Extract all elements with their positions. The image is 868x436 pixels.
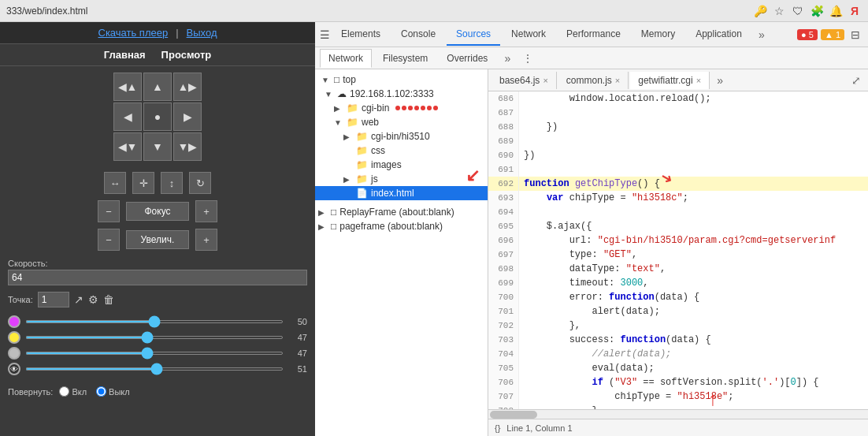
bell-icon[interactable]: 🔔 — [829, 4, 843, 18]
expand-code-btn[interactable]: ⤢ — [848, 72, 865, 89]
devtools-tabs: ☰ Elements Console Sources Network Perfo… — [315, 22, 868, 47]
share-icon[interactable]: ↗ — [74, 293, 83, 306]
speed-input[interactable] — [8, 270, 307, 285]
move-cross-btn[interactable]: ✛ — [132, 172, 154, 194]
radio-group: Вкл Выкл — [59, 386, 129, 397]
dpad-downright[interactable]: ▼▶ — [173, 132, 202, 161]
more-code-tabs-btn[interactable]: » — [711, 72, 729, 89]
tree-item-replayframe[interactable]: ▶ □ ReplayFrame (about:blank) — [315, 205, 488, 219]
exit-link[interactable]: Выход — [187, 27, 217, 39]
tree-label-web: web — [362, 117, 379, 128]
slider-2[interactable] — [25, 352, 284, 355]
tree-item-css[interactable]: ▶ 📁 css — [315, 143, 488, 158]
address-bar[interactable]: 333/web/index.html — [6, 6, 87, 17]
star-icon[interactable]: ☆ — [772, 4, 786, 18]
subtab-overrides[interactable]: Overrides — [439, 50, 495, 67]
color-row-3: 👁 51 — [8, 363, 307, 375]
close-base64-btn[interactable]: × — [543, 76, 547, 85]
nav-home[interactable]: Главная — [104, 49, 146, 61]
code-line-692: 692 function getChipType() { ➜ — [488, 177, 868, 191]
tab-network[interactable]: Network — [502, 24, 555, 46]
devtools-panel: ☰ Elements Console Sources Network Perfo… — [315, 22, 868, 436]
zoom-row: − Увелич. + — [0, 224, 315, 255]
rotate-on-radio[interactable]: Вкл — [59, 386, 87, 397]
scrollbar-thumb[interactable] — [490, 411, 537, 419]
code-panel: base64.js × common.js × getwifiattr.cgi … — [488, 69, 868, 436]
zoom-minus-btn[interactable]: − — [98, 229, 120, 251]
code-tab-getwifi[interactable]: getwifiattr.cgi × — [630, 72, 710, 89]
slider-3[interactable] — [25, 367, 284, 371]
focus-plus-btn[interactable]: + — [195, 200, 217, 222]
tree-item-web[interactable]: ▼ 📁 web — [315, 115, 488, 129]
dpad-center[interactable]: ● — [143, 102, 172, 131]
dpad-downleft[interactable]: ◀▼ — [113, 132, 142, 161]
dpad-right[interactable]: ▶ — [173, 102, 202, 131]
dpad-down[interactable]: ▼ — [143, 132, 172, 161]
slider-val-3: 51 — [288, 364, 307, 374]
move-vertical-btn[interactable]: ↕ — [161, 172, 183, 194]
slider-val-1: 47 — [288, 333, 307, 342]
tab-sources[interactable]: Sources — [447, 24, 500, 46]
key-icon[interactable]: 🔑 — [753, 4, 767, 18]
tab-performance[interactable]: Performance — [557, 24, 630, 46]
tree-item-images[interactable]: ▶ 📁 images — [315, 158, 488, 172]
zoom-plus-btn[interactable]: + — [195, 229, 217, 251]
subtab-menu-btn[interactable]: ⋮ — [519, 50, 536, 67]
nav-view[interactable]: Просмотр — [161, 49, 212, 61]
more-subtabs-btn[interactable]: » — [499, 50, 516, 67]
settings-icon[interactable]: ⚙ — [88, 293, 98, 306]
code-line-695: 695 $.ajax({ — [488, 219, 868, 233]
tab-application[interactable]: Application — [686, 24, 751, 46]
annotation-arrow-2: ↙ — [466, 166, 480, 186]
dpad-grid: ◀▲ ▲ ▲▶ ◀ ● ▶ ◀▼ ▼ ▼▶ — [113, 73, 202, 161]
more-tabs-btn[interactable]: » — [753, 26, 770, 43]
frame-icon-pageframe: □ — [331, 221, 336, 232]
code-line-699: 699 timeout: 3000, — [488, 276, 868, 290]
tree-item-host[interactable]: ▼ ☁ 192.168.1.102:3333 — [315, 87, 488, 101]
code-line-702: 702 }, — [488, 319, 868, 333]
tab-memory[interactable]: Memory — [632, 24, 684, 46]
slider-1[interactable] — [25, 336, 284, 339]
code-tab-label-base64: base64.js — [499, 75, 540, 86]
subtab-filesystem[interactable]: Filesystem — [375, 50, 436, 67]
dpad-upright[interactable]: ▲▶ — [173, 73, 202, 101]
tree-item-index[interactable]: ▶ 📄 index.html — [315, 186, 488, 200]
point-input[interactable] — [38, 292, 69, 307]
tree-item-cgibin[interactable]: ▶ 📁 cgi-bin ➜ — [315, 101, 488, 115]
extensions-icon[interactable]: 🧩 — [810, 4, 824, 18]
dpad-up[interactable]: ▲ — [143, 73, 172, 101]
devtools-collapse-icon[interactable]: ☰ — [320, 28, 330, 41]
code-line-696: 696 url: "cgi-bin/hi3510/param.cgi?cmd=g… — [488, 233, 868, 248]
code-content[interactable]: 686 window.location.reload(); 687 688 }) — [488, 91, 868, 409]
tree-item-js[interactable]: ▶ 📁 js ↙ — [315, 172, 488, 186]
tree-item-hi3510[interactable]: ▶ 📁 cgi-bin/hi3510 — [315, 129, 488, 143]
file-icon-index: 📄 — [356, 188, 368, 199]
subtab-network[interactable]: Network — [320, 49, 372, 68]
move-horizontal-btn[interactable]: ↔ — [104, 172, 126, 194]
horizontal-scrollbar[interactable] — [488, 409, 868, 419]
download-link[interactable]: Скачать плеер — [98, 27, 169, 39]
close-common-btn[interactable]: × — [615, 76, 620, 85]
trash-icon[interactable]: 🗑 — [103, 293, 114, 306]
yandex-icon[interactable]: Я — [848, 4, 862, 18]
rotate-off-radio[interactable]: Выкл — [96, 386, 130, 397]
dpad-left[interactable]: ◀ — [113, 102, 142, 131]
dpad-upleft[interactable]: ◀▲ — [113, 73, 142, 101]
tab-console[interactable]: Console — [391, 24, 445, 46]
tab-elements[interactable]: Elements — [332, 24, 390, 46]
slider-val-2: 47 — [288, 348, 307, 358]
dock-icon[interactable]: ⊟ — [848, 27, 863, 43]
code-tab-base64[interactable]: base64.js × — [491, 72, 557, 89]
slider-0[interactable] — [25, 320, 284, 323]
tree-item-top[interactable]: ▼ □ top — [315, 73, 488, 87]
code-tabs: base64.js × common.js × getwifiattr.cgi … — [488, 69, 868, 91]
close-getwifi-btn[interactable]: × — [696, 76, 701, 85]
folder-icon-cgibin: 📁 — [347, 102, 358, 114]
tree-item-pageframe[interactable]: ▶ □ pageframe (about:blank) — [315, 219, 488, 233]
move-rotate-btn[interactable]: ↻ — [189, 172, 211, 194]
code-lines: 686 window.location.reload(); 687 688 }) — [488, 91, 868, 409]
shield-icon[interactable]: 🛡 — [791, 4, 805, 18]
focus-minus-btn[interactable]: − — [98, 200, 120, 222]
code-tab-common[interactable]: common.js × — [558, 72, 629, 89]
curly-brace-icon[interactable]: {} — [495, 423, 500, 433]
